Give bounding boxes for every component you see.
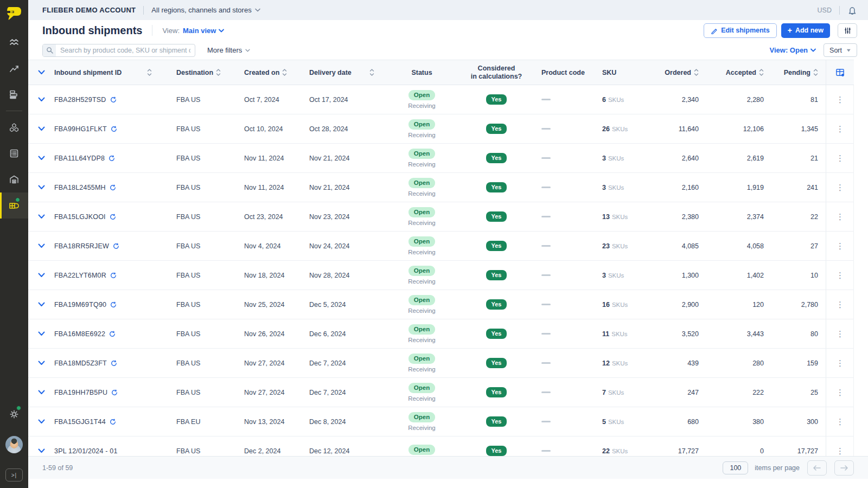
- more-filters-button[interactable]: More filters: [207, 46, 250, 54]
- row-menu-dots-icon[interactable]: ⋮: [833, 328, 847, 340]
- row-menu-dots-icon[interactable]: ⋮: [833, 181, 847, 194]
- column-header-id[interactable]: Inbound shipment ID: [54, 69, 176, 76]
- column-header-created[interactable]: Created on: [244, 69, 309, 76]
- sidebar-item-inbound-shipments[interactable]: [0, 192, 28, 219]
- region-selector[interactable]: All regions, channels and stores: [151, 6, 260, 14]
- row-expand-chevron-icon[interactable]: [38, 331, 45, 336]
- delivery-date: Nov 28, 2024: [309, 272, 349, 279]
- product-code-empty-dash: [541, 391, 551, 394]
- sidebar-item-reports[interactable]: [0, 81, 28, 107]
- accepted-qty: 280: [752, 359, 764, 367]
- delivery-date: Nov 21, 2024: [309, 184, 349, 191]
- table-row: FBA16M8E6922 FBA US Nov 26, 2024 Dec 6, …: [28, 319, 853, 349]
- created-date: Nov 4, 2024: [244, 242, 280, 250]
- shipment-id: FBA11L64YDP8: [54, 155, 105, 162]
- column-header-pending[interactable]: Pending: [771, 69, 826, 76]
- edit-shipments-button[interactable]: Edit shipments: [704, 23, 777, 38]
- destination: FBA US: [176, 389, 200, 396]
- row-expand-chevron-icon[interactable]: [38, 126, 45, 131]
- sidebar-item-trends[interactable]: [0, 29, 28, 55]
- expand-all-chevron-icon[interactable]: [38, 70, 45, 75]
- product-code-empty-dash: [541, 216, 551, 218]
- column-header-delivery[interactable]: Delivery date: [309, 69, 388, 76]
- sort-button[interactable]: Sort: [824, 43, 857, 57]
- row-menu-dots-icon[interactable]: ⋮: [833, 415, 847, 428]
- row-expand-chevron-icon[interactable]: [38, 243, 45, 248]
- table-settings-button[interactable]: [838, 23, 857, 38]
- delivery-date: Nov 23, 2024: [309, 213, 349, 221]
- sku-count: 11: [602, 330, 609, 338]
- row-expand-chevron-icon[interactable]: [38, 302, 45, 307]
- row-expand-chevron-icon[interactable]: [38, 361, 45, 365]
- table-row: FBA15LGJKOOI FBA US Oct 23, 2024 Nov 23,…: [28, 202, 853, 232]
- pending-qty: 2,780: [801, 301, 818, 309]
- view-open-filter[interactable]: View: Open: [770, 46, 816, 54]
- search-input[interactable]: [56, 47, 195, 54]
- row-menu-dots-icon[interactable]: ⋮: [833, 152, 847, 164]
- row-expand-chevron-icon[interactable]: [38, 419, 45, 424]
- row-menu-dots-icon[interactable]: ⋮: [833, 386, 847, 399]
- page-size-select[interactable]: 100: [723, 461, 748, 474]
- product-code-empty-dash: [541, 274, 551, 277]
- column-settings-icon[interactable]: [835, 67, 845, 78]
- title-divider: [152, 25, 152, 36]
- row-menu-dots-icon[interactable]: ⋮: [833, 298, 847, 311]
- user-avatar[interactable]: [5, 436, 23, 453]
- row-menu-dots-icon[interactable]: ⋮: [833, 93, 847, 106]
- main-area: FLIEBER DEMO ACCOUNT All regions, channe…: [28, 0, 868, 488]
- column-header-accepted[interactable]: Accepted: [706, 69, 771, 76]
- column-header-actions: [826, 60, 854, 85]
- column-header-ordered[interactable]: Ordered: [658, 69, 706, 76]
- settings-button[interactable]: [0, 402, 28, 426]
- row-menu-dots-icon[interactable]: ⋮: [833, 269, 847, 281]
- sync-icon: [110, 301, 117, 308]
- shipment-id: FBA16M8E6922: [54, 330, 105, 338]
- topbar-divider: [143, 6, 144, 15]
- sku-unit: SKUs: [608, 97, 624, 103]
- currency-selector[interactable]: USD: [818, 7, 832, 14]
- row-menu-dots-icon[interactable]: ⋮: [833, 123, 847, 135]
- status-substatus: Receiving: [408, 249, 436, 255]
- status-badge: Open: [409, 445, 435, 455]
- sort-icon: [813, 69, 818, 76]
- next-page-button[interactable]: [834, 460, 854, 476]
- row-expand-chevron-icon[interactable]: [38, 214, 45, 219]
- status-badge: Open: [409, 324, 435, 335]
- sync-icon: [110, 419, 116, 425]
- destination: FBA US: [176, 272, 200, 279]
- row-expand-chevron-icon[interactable]: [38, 97, 45, 102]
- sidebar-divider: [6, 111, 22, 111]
- flieber-logo: [0, 1, 28, 25]
- add-new-button[interactable]: + Add new: [781, 23, 830, 38]
- row-menu-dots-icon[interactable]: ⋮: [833, 357, 847, 369]
- sidebar-item-orders[interactable]: [0, 140, 28, 166]
- view-selector[interactable]: Main view: [183, 27, 224, 35]
- row-menu-dots-icon[interactable]: ⋮: [833, 240, 847, 252]
- notifications-bell-icon[interactable]: [847, 5, 857, 15]
- results-range: 1-59 of 59: [42, 464, 73, 472]
- accepted-qty: 2,374: [747, 213, 764, 221]
- row-menu-dots-icon[interactable]: ⋮: [833, 210, 847, 223]
- prev-page-button[interactable]: [807, 460, 827, 476]
- row-expand-chevron-icon[interactable]: [38, 273, 45, 278]
- destination: FBA US: [176, 447, 200, 455]
- column-header-destination[interactable]: Destination: [176, 69, 244, 76]
- sync-icon: [110, 214, 116, 220]
- sidebar-item-warehouses[interactable]: [0, 166, 28, 192]
- sidebar-expand-button[interactable]: >|: [5, 468, 23, 481]
- row-expand-chevron-icon[interactable]: [38, 448, 45, 453]
- sidebar-item-analytics[interactable]: [0, 55, 28, 81]
- created-date: Nov 13, 2024: [244, 418, 284, 426]
- considered-badge: Yes: [486, 211, 507, 222]
- trends-icon: [9, 37, 20, 48]
- chevron-down-icon: [219, 29, 224, 33]
- row-expand-chevron-icon[interactable]: [38, 185, 45, 190]
- sort-icon: [216, 69, 221, 76]
- sidebar-item-products[interactable]: [0, 114, 28, 140]
- considered-badge: Yes: [486, 446, 507, 456]
- row-menu-dots-icon[interactable]: ⋮: [833, 445, 847, 456]
- row-expand-chevron-icon[interactable]: [38, 390, 45, 395]
- sku-count: 26: [602, 125, 610, 133]
- sync-icon: [108, 155, 115, 162]
- row-expand-chevron-icon[interactable]: [38, 156, 45, 160]
